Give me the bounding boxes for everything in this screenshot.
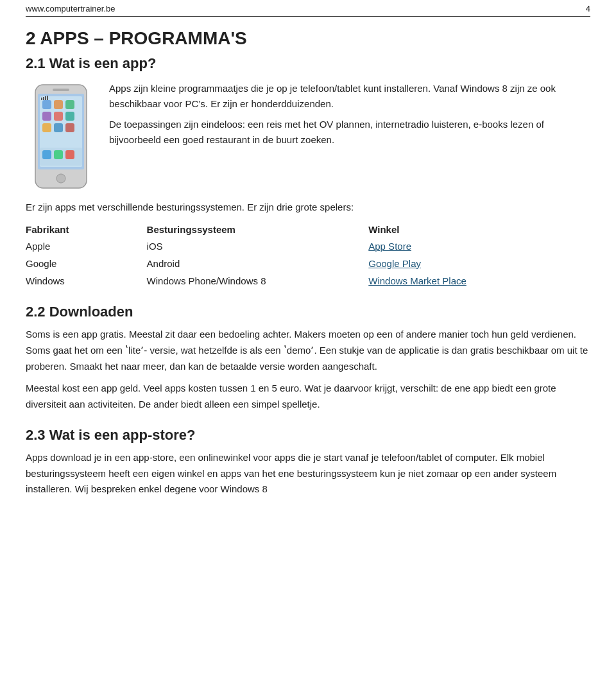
section-22-title: 2.2 Downloaden: [26, 304, 590, 320]
svg-rect-7: [65, 100, 74, 109]
page: www.computertrainer.be 4 2 APPS – PROGRA…: [0, 0, 616, 674]
table-row: AppleiOSApp Store: [26, 238, 590, 255]
svg-rect-15: [42, 150, 51, 159]
spelers-table: Fabrikant Besturingssysteem Winkel Apple…: [26, 221, 590, 289]
table-header-row: Fabrikant Besturingssysteem Winkel: [26, 221, 590, 238]
svg-point-2: [56, 174, 65, 183]
chapter-title: 2 APPS – PROGRAMMA'S: [26, 28, 590, 49]
cell-os: Windows Phone/Windows 8: [147, 272, 369, 289]
spelers-intro: Er zijn apps met verschillende besturing…: [26, 200, 590, 215]
svg-rect-11: [42, 123, 51, 132]
svg-rect-18: [41, 98, 42, 100]
col-header-winkel: Winkel: [368, 221, 590, 238]
page-header: www.computertrainer.be 4: [26, 0, 590, 17]
col-header-os: Besturingssysteem: [147, 221, 369, 238]
winkel-link[interactable]: App Store: [368, 241, 411, 252]
header-page-number: 4: [586, 4, 590, 13]
intro-text: Apps zijn kleine programmaatjes die je o…: [109, 81, 590, 189]
svg-rect-21: [47, 96, 48, 100]
table-row: GoogleAndroidGoogle Play: [26, 255, 590, 272]
section-23-para-1: Apps download je in een app-store, een o…: [26, 450, 590, 497]
svg-rect-3: [53, 89, 69, 91]
cell-winkel[interactable]: Windows Market Place: [368, 272, 590, 289]
cell-fabrikant: Apple: [26, 238, 147, 255]
section-22-para-2: Meestal kost een app geld. Veel apps kos…: [26, 381, 590, 413]
section-22-body: Soms is een app gratis. Meestal zit daar…: [26, 327, 590, 413]
svg-rect-13: [65, 123, 74, 132]
header-url: www.computertrainer.be: [26, 4, 115, 13]
intro-paragraph-2: De toepassingen zijn eindeloos: een reis…: [109, 117, 590, 148]
col-header-fabrikant: Fabrikant: [26, 221, 147, 238]
section-23-title: 2.3 Wat is een app-store?: [26, 427, 590, 444]
svg-rect-16: [54, 150, 63, 159]
phone-image-container: [26, 81, 96, 189]
winkel-link[interactable]: Windows Market Place: [368, 275, 466, 286]
svg-rect-9: [54, 112, 63, 121]
intro-block: Apps zijn kleine programmaatjes die je o…: [26, 81, 590, 189]
section-22-para-1: Soms is een app gratis. Meestal zit daar…: [26, 327, 590, 374]
svg-rect-5: [42, 100, 51, 109]
svg-rect-20: [45, 96, 46, 100]
cell-winkel[interactable]: Google Play: [368, 255, 590, 272]
svg-rect-12: [54, 123, 63, 132]
cell-fabrikant: Windows: [26, 272, 147, 289]
table-row: WindowsWindows Phone/Windows 8Windows Ma…: [26, 272, 590, 289]
cell-os: iOS: [147, 238, 369, 255]
phone-icon: [32, 83, 90, 189]
section-23-body: Apps download je in een app-store, een o…: [26, 450, 590, 497]
svg-rect-6: [54, 100, 63, 109]
svg-rect-8: [42, 112, 51, 121]
svg-rect-17: [65, 150, 74, 159]
svg-rect-10: [65, 112, 74, 121]
cell-os: Android: [147, 255, 369, 272]
svg-rect-19: [43, 97, 44, 100]
winkel-link[interactable]: Google Play: [368, 258, 421, 269]
cell-winkel[interactable]: App Store: [368, 238, 590, 255]
section-21-title: 2.1 Wat is een app?: [26, 55, 590, 72]
intro-paragraph-1: Apps zijn kleine programmaatjes die je o…: [109, 81, 590, 112]
cell-fabrikant: Google: [26, 255, 147, 272]
